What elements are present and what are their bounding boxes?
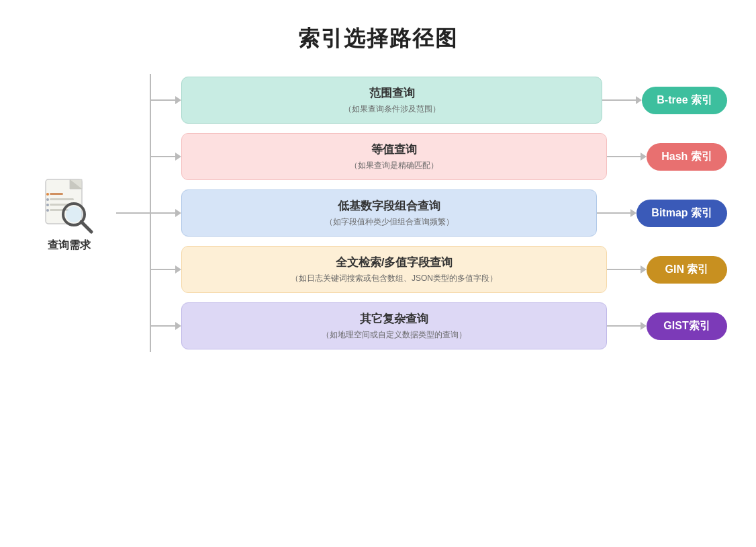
box-title-range: 范围查询 <box>369 85 415 101</box>
svg-point-8 <box>46 198 49 201</box>
svg-point-10 <box>46 209 49 212</box>
box-sub-range: （如果查询条件涉及范围） <box>344 103 440 115</box>
result-line-complex <box>607 325 641 327</box>
svg-point-9 <box>46 204 49 206</box>
result-badge-complex: GIST索引 <box>647 312 727 340</box>
branch-box-range: 范围查询（如果查询条件涉及范围） <box>181 77 602 124</box>
left-icon-area: 查询需求 <box>29 174 109 253</box>
query-icon <box>39 174 99 235</box>
branch-box-bitmap: 低基数字段组合查询（如字段值种类少但组合查询频繁） <box>181 190 597 237</box>
box-title-bitmap: 低基数字段组合查询 <box>338 198 440 214</box>
result-line-equality <box>607 156 641 157</box>
h-line-bitmap <box>151 212 175 214</box>
trunk-line <box>116 212 150 214</box>
h-line-range <box>151 99 175 101</box>
svg-rect-3 <box>50 193 63 195</box>
box-sub-bitmap: （如字段值种类少但组合查询频繁） <box>325 216 454 228</box>
branch-row-equality: 等值查询（如果查询是精确匹配）Hash 索引 <box>151 133 727 180</box>
result-badge-fulltext: GIN 索引 <box>647 256 727 284</box>
branch-box-fulltext: 全文检索/多值字段查询（如日志关键词搜索或包含数组、JSON类型的多值字段） <box>181 246 607 293</box>
branch-row-range: 范围查询（如果查询条件涉及范围）B-tree 索引 <box>151 77 727 124</box>
page-title: 索引选择路径图 <box>298 24 458 54</box>
h-line-equality <box>151 156 175 157</box>
arrow-tip-complex <box>175 322 181 330</box>
svg-rect-4 <box>50 198 74 200</box>
branch-row-complex: 其它复杂查询（如地理空间或自定义数据类型的查询）GIST索引 <box>151 302 727 349</box>
result-badge-range: B-tree 索引 <box>642 87 727 114</box>
diagram: 查询需求 范围查询（如果查询条件涉及范围）B-tree 索引等值查询（如果查询是… <box>29 74 727 352</box>
result-badge-equality: Hash 索引 <box>647 143 727 171</box>
arrow-tip2-fulltext <box>641 265 647 274</box>
svg-point-12 <box>66 206 82 222</box>
arrow-tip-equality <box>175 153 181 161</box>
box-title-fulltext: 全文检索/多值字段查询 <box>336 255 453 270</box>
arrow-tip-range <box>175 96 181 104</box>
result-line-fulltext <box>607 269 641 270</box>
result-line-bitmap <box>597 212 630 214</box>
result-line-range <box>602 99 636 101</box>
arrow-tip-fulltext <box>175 265 181 274</box>
all-branches: 范围查询（如果查询条件涉及范围）B-tree 索引等值查询（如果查询是精确匹配）… <box>151 74 727 352</box>
h-line-fulltext <box>151 269 175 270</box>
branch-row-fulltext: 全文检索/多值字段查询（如日志关键词搜索或包含数组、JSON类型的多值字段）GI… <box>151 246 727 293</box>
arrow-tip2-bitmap <box>630 209 636 217</box>
arrow-tip2-complex <box>641 322 647 330</box>
h-line-complex <box>151 325 175 327</box>
result-badge-bitmap: Bitmap 索引 <box>636 200 727 227</box>
box-sub-complex: （如地理空间或自定义数据类型的查询） <box>322 329 467 341</box>
left-label: 查询需求 <box>48 239 91 253</box>
branches-container: 范围查询（如果查询条件涉及范围）B-tree 索引等值查询（如果查询是精确匹配）… <box>150 74 727 352</box>
branch-box-complex: 其它复杂查询（如地理空间或自定义数据类型的查询） <box>181 302 607 349</box>
svg-point-7 <box>46 193 49 196</box>
box-title-complex: 其它复杂查询 <box>360 311 428 327</box>
branch-row-bitmap: 低基数字段组合查询（如字段值种类少但组合查询频繁）Bitmap 索引 <box>151 190 727 237</box>
box-title-equality: 等值查询 <box>371 142 417 157</box>
svg-line-13 <box>81 222 91 232</box>
box-sub-fulltext: （如日志关键词搜索或包含数组、JSON类型的多值字段） <box>291 273 498 284</box>
arrow-tip-bitmap <box>175 209 181 217</box>
arrow-tip2-equality <box>641 153 647 161</box>
arrow-tip2-range <box>636 96 642 104</box>
branch-box-equality: 等值查询（如果查询是精确匹配） <box>181 133 607 180</box>
box-sub-equality: （如果查询是精确匹配） <box>350 160 438 171</box>
